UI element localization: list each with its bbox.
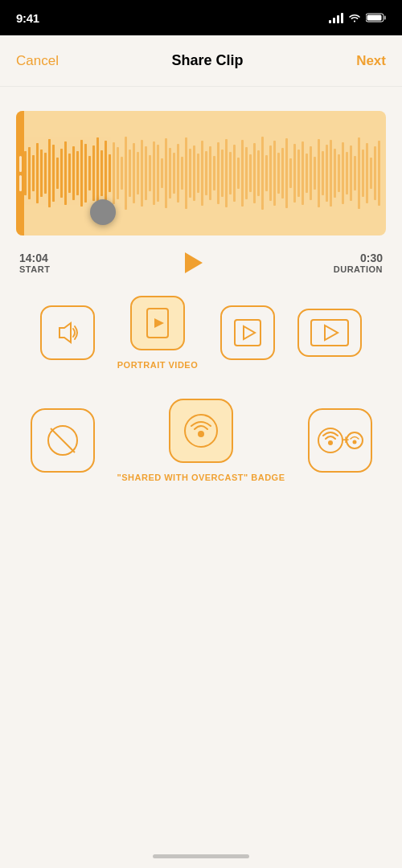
svg-rect-97 [32,155,35,191]
landscape-format-option[interactable] [297,309,362,357]
svg-rect-92 [378,141,380,206]
square-format-box [220,305,275,360]
home-indicator [153,854,249,858]
svg-rect-46 [193,145,195,201]
svg-rect-41 [173,153,175,194]
next-button[interactable]: Next [356,53,386,69]
portrait-format-box [130,296,185,350]
badge-alt-box: + [308,408,372,473]
landscape-video-icon [310,318,350,347]
svg-rect-114 [100,150,103,196]
svg-rect-111 [88,156,91,190]
svg-rect-51 [213,156,215,190]
badge-section: "SHARED WITH OVERCAST" BADGE + [16,399,386,482]
badge-label: "SHARED WITH OVERCAST" BADGE [117,473,285,482]
svg-rect-89 [366,143,368,203]
svg-rect-65 [269,145,272,201]
waveform-container[interactable]: 14:04 START 0:30 DURATION [16,111,386,272]
svg-marker-119 [154,318,164,328]
square-video-icon [232,317,263,348]
svg-rect-110 [84,144,87,203]
overcast-badge-option[interactable]: "SHARED WITH OVERCAST" BADGE [117,399,285,482]
status-icons [329,12,386,23]
status-time: 9:41 [16,11,39,25]
svg-rect-96 [28,147,31,199]
svg-rect-58 [241,140,244,207]
wifi-icon [348,13,361,23]
svg-rect-102 [52,145,55,202]
signal-icon [329,12,343,23]
svg-rect-59 [245,147,248,199]
svg-rect-38 [161,158,163,188]
svg-rect-53 [221,149,224,197]
waveform-svg [16,111,386,235]
svg-rect-115 [105,141,107,206]
svg-rect-75 [310,146,312,200]
svg-rect-77 [318,139,320,207]
svg-rect-95 [24,151,27,195]
svg-rect-84 [346,152,348,194]
svg-rect-88 [362,149,364,197]
playhead[interactable] [90,199,116,225]
svg-rect-1 [384,16,386,20]
svg-rect-99 [40,149,43,197]
nav-bar: Cancel Share Clip Next [0,35,402,87]
svg-rect-76 [314,157,316,190]
format-section: PORTRAIT VIDEO [16,296,386,370]
svg-rect-42 [177,144,179,203]
svg-rect-48 [201,141,203,206]
svg-rect-70 [289,158,292,188]
svg-rect-104 [60,149,63,198]
svg-rect-105 [64,141,67,205]
svg-rect-27 [117,147,119,199]
battery-icon [366,13,386,23]
svg-rect-39 [165,138,167,208]
speaker-icon [53,318,82,347]
svg-marker-121 [244,326,255,339]
status-bar: 9:41 [0,0,402,35]
svg-rect-44 [185,137,187,209]
svg-rect-122 [311,320,348,346]
main-content: 14:04 START 0:30 DURATION [0,87,402,514]
svg-rect-85 [350,145,352,201]
svg-rect-34 [145,146,147,200]
svg-rect-50 [209,146,211,200]
svg-rect-78 [322,151,324,195]
svg-rect-86 [354,156,356,190]
svg-rect-43 [181,157,183,190]
svg-rect-45 [189,149,191,198]
overcast-badge-icon [182,411,220,450]
no-badge-icon [44,422,81,459]
svg-rect-67 [277,153,280,194]
svg-rect-61 [253,143,256,203]
page-title: Share Clip [172,52,244,69]
svg-rect-49 [205,151,207,195]
svg-rect-106 [68,154,71,193]
svg-rect-90 [370,158,372,189]
svg-rect-69 [285,138,288,208]
cancel-button[interactable]: Cancel [16,53,59,69]
svg-rect-29 [125,137,127,210]
svg-point-129 [328,440,333,445]
badge-alt-option[interactable]: + [308,408,372,473]
svg-rect-35 [149,155,151,191]
svg-rect-73 [302,141,304,205]
audio-format-option[interactable] [40,305,95,360]
svg-marker-117 [59,323,71,342]
play-icon [185,252,203,273]
svg-rect-33 [141,140,143,207]
portrait-video-icon [145,307,170,339]
svg-rect-52 [217,142,219,204]
svg-rect-112 [92,145,95,201]
no-badge-option[interactable] [31,408,95,473]
svg-rect-47 [197,154,199,193]
svg-rect-31 [133,143,135,203]
square-format-option[interactable] [220,305,275,360]
svg-rect-54 [225,139,228,207]
portrait-format-label: PORTRAIT VIDEO [117,360,199,370]
left-bracket[interactable] [16,111,24,235]
portrait-format-option[interactable]: PORTRAIT VIDEO [117,296,199,370]
svg-rect-68 [281,148,284,199]
play-button[interactable] [174,245,210,280]
svg-rect-120 [235,320,260,346]
